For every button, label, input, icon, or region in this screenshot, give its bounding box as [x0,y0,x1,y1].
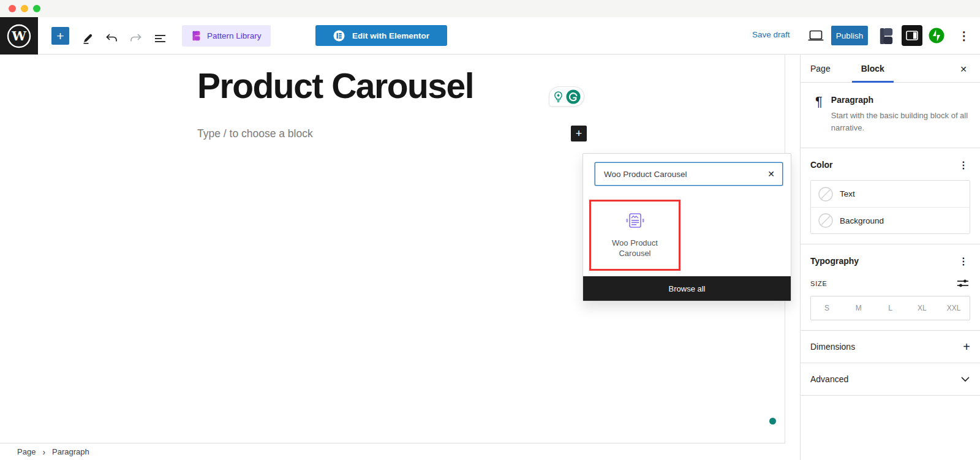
plus-icon: + [56,29,64,43]
block-info-card: ¶ Paragraph Start with the basic buildin… [801,83,980,148]
undo-button[interactable] [105,32,118,45]
redo-icon [129,32,143,45]
font-size-row: SIZE [810,277,970,290]
block-inserter-toggle-button[interactable]: + [51,27,69,45]
sidebar-tabs: Page Block ✕ [801,55,980,83]
save-draft-button[interactable]: Save draft [752,30,790,39]
kebab-icon: ⋮ [959,256,968,266]
custom-size-button[interactable] [957,277,970,290]
publish-button[interactable]: Publish [831,26,868,45]
laptop-icon [807,29,824,43]
post-title-input[interactable]: Product Carousel [197,66,473,106]
size-label: SIZE [810,280,827,287]
block-result-woo-product-carousel[interactable]: Woo Product Carousel [589,200,680,271]
clear-search-button[interactable]: ✕ [765,168,777,180]
color-panel-header: Color ⋮ [810,158,970,172]
color-options-button[interactable]: ⋮ [957,158,970,172]
font-size-xl[interactable]: XL [906,296,938,320]
plus-icon: + [576,127,582,140]
color-items-list: Text Background [810,180,970,234]
dimensions-title: Dimensions [810,342,855,352]
wordpress-block-editor: W + [0,0,980,460]
browse-all-button[interactable]: Browse all [583,276,791,301]
pattern-library-label: Pattern Library [207,31,262,40]
tab-page[interactable]: Page [810,55,840,82]
sliders-icon [957,278,970,289]
empty-color-swatch-icon [818,213,833,228]
close-icon: ✕ [767,169,775,179]
breadcrumb-bar: Page › Paragraph [0,443,785,460]
breadcrumb-chevron-icon: › [42,447,45,457]
grammarly-suggestion-bulb-icon [552,91,564,103]
settings-sidebar-toggle-button[interactable] [902,25,922,46]
elementor-icon [333,30,345,42]
block-search-field-wrap: ✕ [595,162,783,186]
advanced-panel-toggle[interactable]: Advanced [801,363,980,396]
color-row-label: Text [840,189,855,198]
typography-panel-title: Typography [810,256,859,266]
jetpack-icon [929,28,944,43]
grammarly-status-dot [769,418,776,424]
chevron-down-icon [960,376,970,382]
color-row-label: Background [840,216,884,225]
color-panel-title: Color [810,160,833,170]
add-block-button[interactable]: + [571,126,587,141]
window-zoom-button[interactable] [33,5,40,12]
plus-icon: + [963,341,970,353]
empty-block-placeholder[interactable]: Type / to choose a block [197,127,313,140]
font-size-s[interactable]: S [811,296,843,320]
options-menu-button[interactable]: ⋮ [957,28,971,43]
font-size-m[interactable]: M [843,296,875,320]
kebab-icon: ⋮ [959,29,970,42]
sidebar-panel-icon [906,31,918,40]
advanced-title: Advanced [810,374,848,384]
pattern-library-logo-icon [191,31,202,41]
breadcrumb-page[interactable]: Page [17,447,36,456]
woo-product-carousel-block-icon [625,212,646,230]
color-row-background[interactable]: Background [811,207,970,233]
undo-icon [105,32,118,45]
typography-options-button[interactable]: ⋮ [957,254,970,268]
typography-panel-header: Typography ⋮ [810,254,970,268]
grammarly-logo-icon [566,89,581,104]
pattern-library-button[interactable]: Pattern Library [182,25,271,47]
list-view-button[interactable] [154,32,167,45]
elementor-button-label: Edit with Elementor [352,31,429,40]
close-icon: ✕ [960,64,967,74]
wordpress-logo-button[interactable]: W [0,17,38,55]
font-size-segmented-control: S M L XL XXL [810,296,970,320]
breadcrumb-paragraph[interactable]: Paragraph [52,447,89,456]
essential-blocks-button[interactable] [876,26,896,46]
edit-with-elementor-button[interactable]: Edit with Elementor [315,25,447,46]
jetpack-button[interactable] [929,28,944,43]
tab-block[interactable]: Block [852,55,894,82]
close-sidebar-button[interactable]: ✕ [957,62,970,76]
kebab-icon: ⋮ [959,160,968,170]
block-search-input[interactable] [595,162,783,186]
preview-button[interactable] [807,29,824,43]
grammarly-widget[interactable] [549,86,584,107]
dimensions-panel-toggle[interactable]: Dimensions + [801,331,980,363]
color-row-text[interactable]: Text [811,181,970,207]
tools-button[interactable] [81,32,94,45]
pencil-icon [81,32,94,45]
editor-toolbar: W + [0,17,980,55]
svg-text:W: W [11,28,26,43]
color-panel: Color ⋮ Text [801,148,980,244]
font-size-l[interactable]: L [875,296,907,320]
empty-color-swatch-icon [818,187,833,202]
block-name: Paragraph [831,95,971,105]
window-close-button[interactable] [9,5,16,12]
window-minimize-button[interactable] [21,5,28,12]
essential-blocks-logo-icon [876,26,896,46]
wordpress-icon: W [6,23,32,50]
settings-sidebar: Page Block ✕ ¶ Paragraph Start with the … [800,55,980,460]
typography-panel: Typography ⋮ SIZE S [801,244,980,331]
list-view-icon [154,33,167,44]
block-inserter-popover: ✕ Woo Product Carousel Browse all [582,153,791,301]
font-size-xxl[interactable]: XXL [938,296,970,320]
block-result-label: Woo Product Carousel [605,238,666,258]
block-info-text: Paragraph Start with the basic building … [831,95,971,134]
block-description: Start with the basic building block of a… [831,110,971,134]
redo-button-disabled[interactable] [129,32,143,45]
